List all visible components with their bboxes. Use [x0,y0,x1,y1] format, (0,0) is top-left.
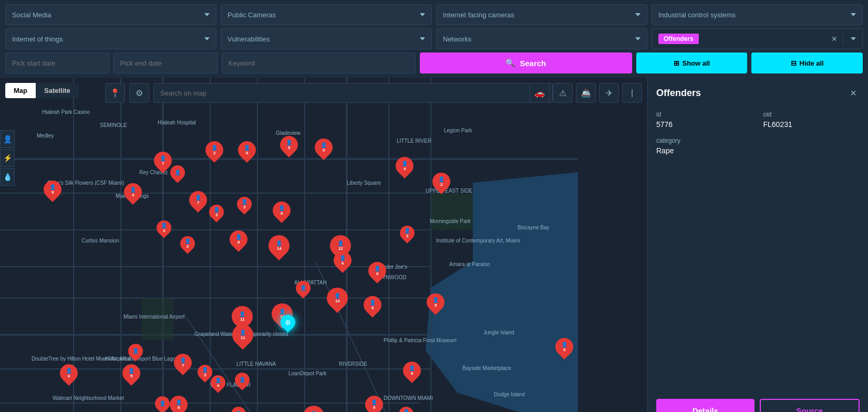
map-marker[interactable]: 👤 5 [122,364,140,382]
date-start-input[interactable] [5,52,109,73]
public-cameras-label: Public Cameras [228,11,276,19]
left-icon-lightning[interactable]: ⚡ [0,149,15,167]
oid-value: FL60231 [763,120,860,129]
map-marker[interactable]: 👤 [128,344,143,358]
map-marker[interactable]: 👤 7 [174,354,192,372]
map-marker[interactable]: 👤 9 [365,396,383,412]
filter-row-1: Social Media Public Cameras Internet fac… [5,4,863,25]
map-marker[interactable]: 👤 4 [124,183,142,201]
map-marker[interactable]: 👤 3 [198,365,212,379]
details-button[interactable]: Details [656,399,755,412]
search-label: Search [520,59,546,68]
map-marker[interactable]: 👤 8 [403,362,421,379]
map-search-bar: 📍 ⚙ [105,83,553,103]
search-icon: 🔍 [505,58,515,68]
offenders-row: Offenders [658,34,827,44]
map-marker[interactable]: 👤 [231,407,246,412]
iot-dropdown[interactable]: Internet of things [5,28,216,49]
map-marker[interactable]: 👤 9 [44,181,61,198]
map-marker[interactable]: 👤 5 [555,338,573,356]
offenders-clear-btn[interactable]: ✕ [830,34,839,44]
map-marker[interactable]: 👤 3 [400,226,415,240]
map-marker[interactable]: 👤 4 [396,157,414,175]
show-all-button[interactable]: ⊞ Show all [636,52,748,73]
map-marker[interactable]: 👤 2 [180,236,195,251]
map-marker[interactable]: 👤 6 [60,364,78,382]
date-end-input[interactable] [113,52,218,73]
plane-mode-btn[interactable]: ✈ [599,83,619,103]
industrial-control-dropdown[interactable]: Industrial control systems [652,4,863,25]
map-marker[interactable]: 👤 2 [432,173,450,191]
source-button[interactable]: Source [760,399,860,412]
vulnerabilities-dropdown[interactable]: Vulnerabilities [221,28,432,49]
map-marker[interactable]: ⊕ [281,315,295,330]
ship-mode-btn[interactable]: 🚢 [576,83,596,103]
id-value: 5776 [656,120,753,129]
hide-all-button[interactable]: ⊟ Hide all [751,52,863,73]
svg-rect-20 [431,193,473,230]
map-marker[interactable]: 👤 11 [232,324,253,345]
map-type-toggle: Map Satellite [5,83,79,98]
more-modes-btn[interactable]: | [622,83,642,103]
map-marker[interactable]: 👤 3 [237,197,252,212]
map-marker[interactable]: 👤 8 [230,230,247,248]
map-marker[interactable]: 👤 [170,165,185,180]
map-marker[interactable]: 👤 5 [427,293,445,311]
map-marker[interactable]: 👤 3 [157,220,171,235]
search-button[interactable]: 🔍 Search [420,52,632,73]
map-search-input[interactable] [153,83,553,103]
map-type-satellite-btn[interactable]: Satellite [36,83,79,98]
map-marker[interactable]: 👤 2 [205,141,223,159]
map-marker[interactable]: 👤 6 [334,251,352,269]
left-icon-water[interactable]: 💧 [0,168,15,186]
internet-facing-dropdown[interactable]: Internet facing cameras [436,4,647,25]
map-marker[interactable]: 👤 [235,373,250,387]
map-marker[interactable]: 👤 7 [189,191,207,209]
map-marker[interactable]: 👤 2 [399,407,414,412]
map-marker[interactable]: 👤 [296,281,311,295]
map-marker[interactable]: 👤 7 [154,152,172,170]
public-cameras-dropdown[interactable]: Public Cameras [221,4,432,25]
map-marker[interactable]: 👤 4 [211,375,225,390]
map-marker[interactable]: 👤 14 [327,288,348,309]
offenders-chevron [851,37,856,40]
map-type-map-btn[interactable]: Map [5,83,36,98]
panel-title: Offenders [656,88,701,99]
oid-label: oid [763,111,860,118]
map-marker[interactable]: 👤 6 [364,296,381,314]
map-marker[interactable]: 👤 8 [170,396,188,412]
map-marker[interactable]: 👤 6 [368,262,386,280]
map-marker[interactable]: 👤 14 [268,235,290,256]
industrial-control-chevron [851,13,856,16]
iot-label: Internet of things [12,35,63,43]
car-mode-btn[interactable]: 🚗 [530,83,550,103]
hide-all-icon: ⊟ [791,59,797,67]
keyword-input[interactable] [222,52,416,73]
main-area: Map Satellite 📍 ⚙ 🚗 ⚠ 🚢 ✈ | [0,78,868,412]
category-label: category [656,137,860,144]
location-icon-btn[interactable]: 📍 [105,83,125,103]
map-marker[interactable]: 👤 6 [273,202,291,219]
internet-facing-label: Internet facing cameras [443,11,514,19]
map-marker[interactable]: 👤 [155,396,170,411]
alert-mode-btn[interactable]: ⚠ [553,83,573,103]
left-icon-person[interactable]: 👤 [0,130,15,148]
iot-chevron [204,37,210,40]
map-marker[interactable]: 👤 9 [280,136,298,154]
map-container[interactable]: Map Satellite 📍 ⚙ 🚗 ⚠ 🚢 ✈ | [0,78,647,412]
networks-dropdown[interactable]: Networks [436,28,647,49]
map-marker[interactable]: 👤 6 [238,141,256,159]
social-media-dropdown[interactable]: Social Media [5,4,216,25]
vulnerabilities-label: Vulnerabilities [228,35,270,43]
offenders-dropdown[interactable]: Offenders ✕ [652,28,863,49]
settings-icon-btn[interactable]: ⚙ [129,83,149,103]
left-icons: 👤 ⚡ 💧 [0,130,15,186]
map-marker[interactable]: 👤 3 [209,205,224,219]
map-marker[interactable]: 👤 15 [303,406,324,412]
panel-close-btn[interactable]: × [847,86,860,100]
map-marker[interactable]: 👤 5 [315,139,333,156]
map-canvas: Map Satellite 📍 ⚙ 🚗 ⚠ 🚢 ✈ | [0,78,647,412]
vulnerabilities-chevron [420,37,425,40]
side-panel: Offenders × id 5776 oid FL60231 category… [647,78,868,412]
panel-details: id 5776 oid FL60231 category Rape [656,111,860,155]
